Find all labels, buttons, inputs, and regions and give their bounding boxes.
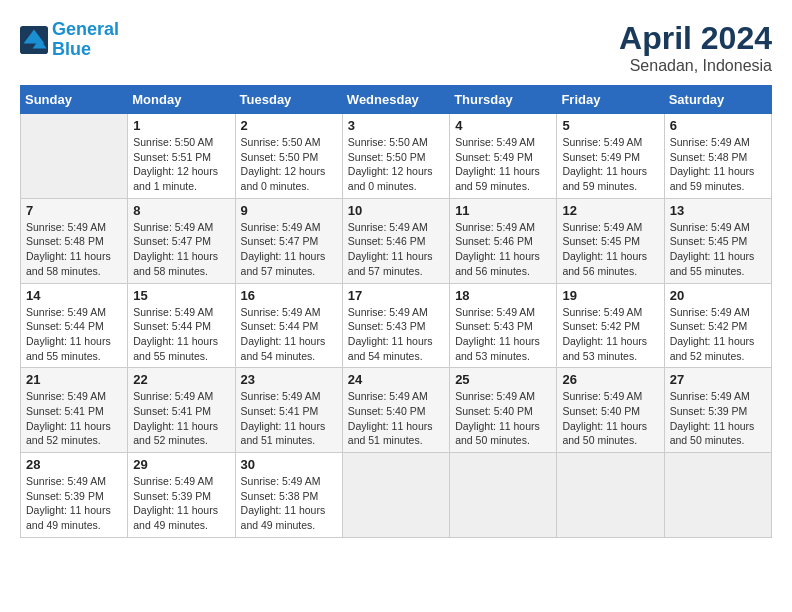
day-info: Sunrise: 5:49 AM Sunset: 5:43 PM Dayligh… <box>455 305 551 364</box>
day-number: 21 <box>26 372 122 387</box>
day-cell: 18Sunrise: 5:49 AM Sunset: 5:43 PM Dayli… <box>450 283 557 368</box>
day-cell: 13Sunrise: 5:49 AM Sunset: 5:45 PM Dayli… <box>664 198 771 283</box>
day-info: Sunrise: 5:49 AM Sunset: 5:45 PM Dayligh… <box>670 220 766 279</box>
day-number: 7 <box>26 203 122 218</box>
logo-icon <box>20 26 48 54</box>
day-cell: 14Sunrise: 5:49 AM Sunset: 5:44 PM Dayli… <box>21 283 128 368</box>
logo-line2: Blue <box>52 39 91 59</box>
weekday-header-monday: Monday <box>128 86 235 114</box>
day-cell <box>450 453 557 538</box>
day-info: Sunrise: 5:49 AM Sunset: 5:41 PM Dayligh… <box>133 389 229 448</box>
weekday-header-row: SundayMondayTuesdayWednesdayThursdayFrid… <box>21 86 772 114</box>
day-number: 6 <box>670 118 766 133</box>
week-row-4: 21Sunrise: 5:49 AM Sunset: 5:41 PM Dayli… <box>21 368 772 453</box>
day-cell: 9Sunrise: 5:49 AM Sunset: 5:47 PM Daylig… <box>235 198 342 283</box>
day-info: Sunrise: 5:49 AM Sunset: 5:49 PM Dayligh… <box>562 135 658 194</box>
day-number: 28 <box>26 457 122 472</box>
day-cell: 7Sunrise: 5:49 AM Sunset: 5:48 PM Daylig… <box>21 198 128 283</box>
calendar-table: SundayMondayTuesdayWednesdayThursdayFrid… <box>20 85 772 538</box>
weekday-header-wednesday: Wednesday <box>342 86 449 114</box>
subtitle: Senadan, Indonesia <box>619 57 772 75</box>
day-cell: 20Sunrise: 5:49 AM Sunset: 5:42 PM Dayli… <box>664 283 771 368</box>
day-info: Sunrise: 5:50 AM Sunset: 5:51 PM Dayligh… <box>133 135 229 194</box>
day-number: 4 <box>455 118 551 133</box>
day-cell: 25Sunrise: 5:49 AM Sunset: 5:40 PM Dayli… <box>450 368 557 453</box>
logo-line1: General <box>52 19 119 39</box>
weekday-header-thursday: Thursday <box>450 86 557 114</box>
day-cell: 16Sunrise: 5:49 AM Sunset: 5:44 PM Dayli… <box>235 283 342 368</box>
day-info: Sunrise: 5:50 AM Sunset: 5:50 PM Dayligh… <box>241 135 337 194</box>
day-number: 18 <box>455 288 551 303</box>
day-number: 17 <box>348 288 444 303</box>
day-cell: 28Sunrise: 5:49 AM Sunset: 5:39 PM Dayli… <box>21 453 128 538</box>
day-info: Sunrise: 5:49 AM Sunset: 5:48 PM Dayligh… <box>26 220 122 279</box>
weekday-header-saturday: Saturday <box>664 86 771 114</box>
day-number: 20 <box>670 288 766 303</box>
day-info: Sunrise: 5:49 AM Sunset: 5:49 PM Dayligh… <box>455 135 551 194</box>
weekday-header-tuesday: Tuesday <box>235 86 342 114</box>
day-cell: 11Sunrise: 5:49 AM Sunset: 5:46 PM Dayli… <box>450 198 557 283</box>
day-cell: 17Sunrise: 5:49 AM Sunset: 5:43 PM Dayli… <box>342 283 449 368</box>
day-number: 2 <box>241 118 337 133</box>
day-number: 10 <box>348 203 444 218</box>
day-info: Sunrise: 5:49 AM Sunset: 5:44 PM Dayligh… <box>241 305 337 364</box>
day-number: 30 <box>241 457 337 472</box>
day-info: Sunrise: 5:49 AM Sunset: 5:40 PM Dayligh… <box>348 389 444 448</box>
day-cell: 24Sunrise: 5:49 AM Sunset: 5:40 PM Dayli… <box>342 368 449 453</box>
day-number: 16 <box>241 288 337 303</box>
day-cell: 4Sunrise: 5:49 AM Sunset: 5:49 PM Daylig… <box>450 114 557 199</box>
day-number: 22 <box>133 372 229 387</box>
day-cell <box>664 453 771 538</box>
day-info: Sunrise: 5:49 AM Sunset: 5:47 PM Dayligh… <box>133 220 229 279</box>
day-cell: 19Sunrise: 5:49 AM Sunset: 5:42 PM Dayli… <box>557 283 664 368</box>
day-cell <box>557 453 664 538</box>
day-info: Sunrise: 5:49 AM Sunset: 5:41 PM Dayligh… <box>241 389 337 448</box>
title-area: April 2024 Senadan, Indonesia <box>619 20 772 75</box>
day-cell <box>342 453 449 538</box>
weekday-header-sunday: Sunday <box>21 86 128 114</box>
day-number: 3 <box>348 118 444 133</box>
day-cell: 12Sunrise: 5:49 AM Sunset: 5:45 PM Dayli… <box>557 198 664 283</box>
week-row-2: 7Sunrise: 5:49 AM Sunset: 5:48 PM Daylig… <box>21 198 772 283</box>
day-cell: 8Sunrise: 5:49 AM Sunset: 5:47 PM Daylig… <box>128 198 235 283</box>
day-number: 8 <box>133 203 229 218</box>
day-number: 27 <box>670 372 766 387</box>
day-number: 19 <box>562 288 658 303</box>
day-number: 15 <box>133 288 229 303</box>
week-row-5: 28Sunrise: 5:49 AM Sunset: 5:39 PM Dayli… <box>21 453 772 538</box>
day-number: 13 <box>670 203 766 218</box>
header: General Blue April 2024 Senadan, Indones… <box>20 20 772 75</box>
day-cell: 2Sunrise: 5:50 AM Sunset: 5:50 PM Daylig… <box>235 114 342 199</box>
day-info: Sunrise: 5:49 AM Sunset: 5:46 PM Dayligh… <box>348 220 444 279</box>
day-info: Sunrise: 5:49 AM Sunset: 5:38 PM Dayligh… <box>241 474 337 533</box>
day-number: 9 <box>241 203 337 218</box>
day-info: Sunrise: 5:49 AM Sunset: 5:48 PM Dayligh… <box>670 135 766 194</box>
day-cell: 1Sunrise: 5:50 AM Sunset: 5:51 PM Daylig… <box>128 114 235 199</box>
day-info: Sunrise: 5:49 AM Sunset: 5:45 PM Dayligh… <box>562 220 658 279</box>
day-info: Sunrise: 5:49 AM Sunset: 5:39 PM Dayligh… <box>670 389 766 448</box>
day-info: Sunrise: 5:49 AM Sunset: 5:44 PM Dayligh… <box>26 305 122 364</box>
day-cell: 3Sunrise: 5:50 AM Sunset: 5:50 PM Daylig… <box>342 114 449 199</box>
month-title: April 2024 <box>619 20 772 57</box>
day-number: 11 <box>455 203 551 218</box>
day-cell: 10Sunrise: 5:49 AM Sunset: 5:46 PM Dayli… <box>342 198 449 283</box>
day-info: Sunrise: 5:49 AM Sunset: 5:44 PM Dayligh… <box>133 305 229 364</box>
day-cell: 26Sunrise: 5:49 AM Sunset: 5:40 PM Dayli… <box>557 368 664 453</box>
day-info: Sunrise: 5:49 AM Sunset: 5:40 PM Dayligh… <box>455 389 551 448</box>
day-cell <box>21 114 128 199</box>
day-info: Sunrise: 5:49 AM Sunset: 5:47 PM Dayligh… <box>241 220 337 279</box>
day-info: Sunrise: 5:49 AM Sunset: 5:42 PM Dayligh… <box>670 305 766 364</box>
day-cell: 5Sunrise: 5:49 AM Sunset: 5:49 PM Daylig… <box>557 114 664 199</box>
day-number: 1 <box>133 118 229 133</box>
day-number: 12 <box>562 203 658 218</box>
weekday-header-friday: Friday <box>557 86 664 114</box>
day-cell: 6Sunrise: 5:49 AM Sunset: 5:48 PM Daylig… <box>664 114 771 199</box>
day-info: Sunrise: 5:49 AM Sunset: 5:39 PM Dayligh… <box>26 474 122 533</box>
week-row-3: 14Sunrise: 5:49 AM Sunset: 5:44 PM Dayli… <box>21 283 772 368</box>
day-info: Sunrise: 5:49 AM Sunset: 5:46 PM Dayligh… <box>455 220 551 279</box>
day-info: Sunrise: 5:50 AM Sunset: 5:50 PM Dayligh… <box>348 135 444 194</box>
day-cell: 21Sunrise: 5:49 AM Sunset: 5:41 PM Dayli… <box>21 368 128 453</box>
day-cell: 15Sunrise: 5:49 AM Sunset: 5:44 PM Dayli… <box>128 283 235 368</box>
day-cell: 23Sunrise: 5:49 AM Sunset: 5:41 PM Dayli… <box>235 368 342 453</box>
week-row-1: 1Sunrise: 5:50 AM Sunset: 5:51 PM Daylig… <box>21 114 772 199</box>
